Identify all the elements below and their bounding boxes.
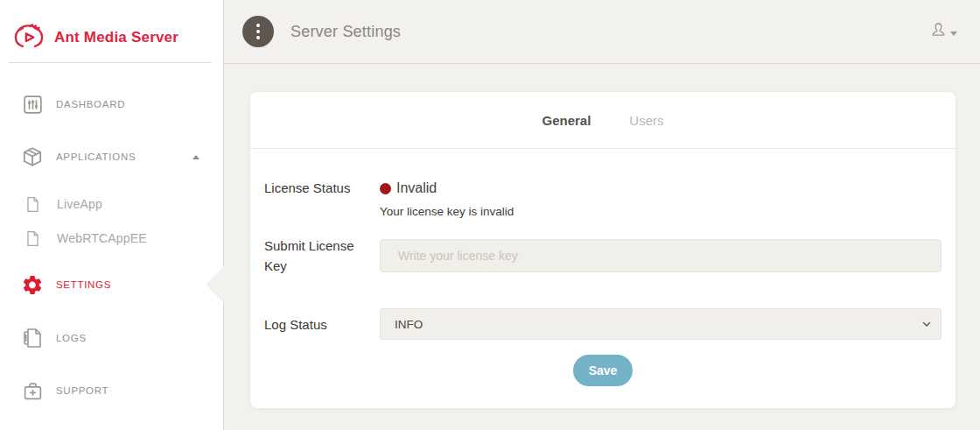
sidebar-item-liveapp[interactable]: LiveApp bbox=[0, 187, 223, 222]
log-status-select[interactable]: INFO bbox=[380, 308, 942, 340]
chevron-up-icon[interactable] bbox=[192, 155, 200, 159]
sidebar-item-logs[interactable]: LOGS bbox=[0, 321, 223, 356]
license-status-row: License Status Invalid Your license key … bbox=[264, 180, 942, 218]
license-status-label: License Status bbox=[264, 180, 380, 218]
user-menu[interactable] bbox=[929, 20, 957, 43]
sidebar-item-label: LiveApp bbox=[57, 197, 102, 211]
kebab-menu-button[interactable] bbox=[242, 16, 274, 47]
license-status-value: Invalid bbox=[380, 180, 942, 196]
sidebar-item-label: APPLICATIONS bbox=[56, 152, 136, 162]
sliders-icon bbox=[21, 94, 44, 116]
sidebar-item-dashboard[interactable]: DASHBOARD bbox=[0, 87, 223, 122]
user-icon bbox=[929, 20, 948, 43]
sidebar-item-support[interactable]: SUPPORT bbox=[0, 373, 223, 408]
main-area: Server Settings General Users License St… bbox=[224, 0, 980, 430]
ant-media-logo-icon bbox=[12, 19, 46, 56]
status-dot-icon bbox=[380, 183, 391, 194]
tab-general[interactable]: General bbox=[542, 113, 591, 128]
settings-form: License Status Invalid Your license key … bbox=[250, 180, 956, 386]
sidebar-item-label: SETTINGS bbox=[56, 279, 111, 290]
package-icon bbox=[21, 145, 44, 168]
tab-users[interactable]: Users bbox=[629, 113, 663, 128]
license-key-input[interactable] bbox=[380, 239, 942, 272]
active-item-notch bbox=[206, 265, 225, 304]
log-status-row: Log Status INFO bbox=[264, 308, 942, 340]
gear-icon bbox=[21, 273, 44, 297]
settings-tabs: General Users bbox=[250, 92, 956, 149]
sidebar: Ant Media Server DASHBOARD APPLICATIONS bbox=[0, 0, 224, 430]
server-settings-card: General Users License Status Invalid You… bbox=[250, 92, 956, 408]
sidebar-item-webrtcappee[interactable]: WebRTCAppEE bbox=[0, 221, 223, 256]
first-aid-icon bbox=[21, 380, 44, 402]
chevron-down-icon bbox=[950, 32, 957, 36]
sidebar-item-label: SUPPORT bbox=[56, 385, 108, 396]
page-header: Server Settings bbox=[224, 0, 980, 64]
log-status-label: Log Status bbox=[264, 317, 380, 332]
kebab-menu-icon bbox=[256, 24, 260, 27]
sidebar-item-applications[interactable]: APPLICATIONS bbox=[0, 139, 223, 174]
submit-license-label: Submit License Key bbox=[264, 236, 380, 276]
save-button[interactable]: Save bbox=[573, 355, 634, 386]
sidebar-item-label: LOGS bbox=[56, 333, 87, 343]
submit-license-row: Submit License Key bbox=[264, 236, 942, 276]
sidebar-item-label: WebRTCAppEE bbox=[57, 231, 147, 245]
brand[interactable]: Ant Media Server bbox=[0, 0, 223, 61]
sidebar-divider bbox=[9, 62, 211, 63]
page-title: Server Settings bbox=[290, 23, 401, 41]
file-icon bbox=[24, 196, 40, 213]
log-file-icon bbox=[21, 327, 44, 349]
file-icon bbox=[24, 230, 40, 247]
brand-name: Ant Media Server bbox=[54, 29, 178, 46]
sidebar-item-settings[interactable]: SETTINGS bbox=[0, 267, 223, 302]
sidebar-item-label: DASHBOARD bbox=[56, 99, 125, 109]
license-status-description: Your license key is invalid bbox=[380, 205, 942, 218]
